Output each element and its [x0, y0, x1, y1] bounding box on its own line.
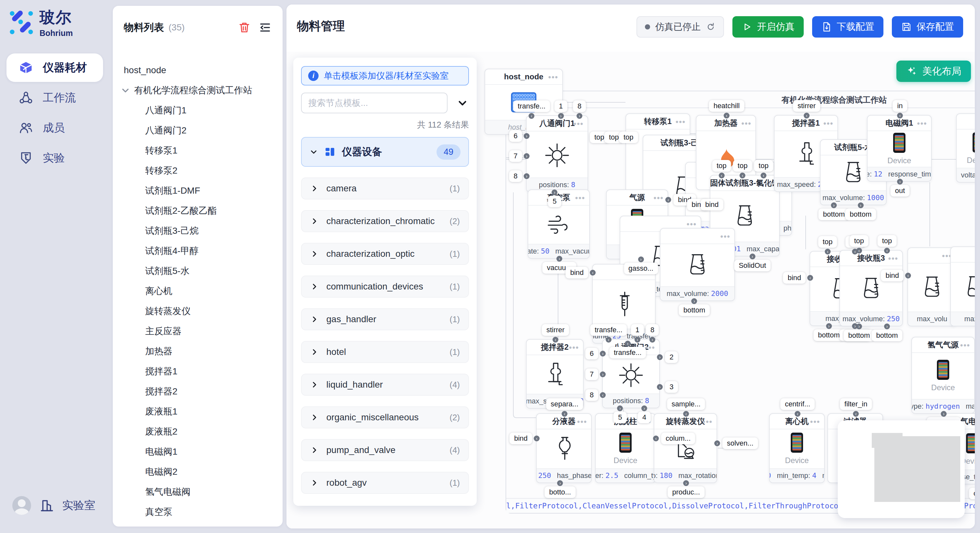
param-label: min_temp:: [777, 471, 812, 479]
tree-item-label: 真空泵: [145, 506, 172, 518]
node-menu-icon[interactable]: •••: [810, 414, 820, 429]
node-menu-icon[interactable]: •••: [824, 116, 834, 131]
param-label: has_phases:: [557, 471, 591, 479]
node-card-分液器[interactable]: 分液器•••volume: 250has_phases: truesepara.…: [536, 413, 592, 483]
port-label[interactable]: top: [619, 132, 638, 143]
node-card-八通阀门1[interactable]: 八通阀门1•••positions: 8transfe...‹1›8›6›7›8…: [526, 115, 588, 192]
tree-item-host-node[interactable]: host_node: [113, 60, 283, 80]
node-menu-icon[interactable]: •••: [741, 116, 751, 131]
port-label: bottom: [845, 209, 876, 220]
category-row-hotel[interactable]: hotel(1): [301, 341, 469, 363]
port-handle-icon: ›: [657, 384, 663, 390]
node-menu-icon[interactable]: •••: [654, 190, 664, 206]
tree-item[interactable]: 离心机: [113, 281, 283, 301]
node-footer: positions: 8: [603, 393, 659, 408]
avatar[interactable]: [12, 496, 31, 515]
tree-item[interactable]: 电磁阀2: [113, 462, 283, 482]
device-caption: Device: [785, 456, 808, 465]
node-menu-icon[interactable]: •••: [575, 190, 585, 206]
start-simulation-button[interactable]: 开启仿真: [732, 16, 804, 38]
node-card-接收瓶3[interactable]: 接收瓶3•••max_volume: 250top‹top‹bottom›bot…: [839, 250, 903, 327]
tree-item[interactable]: 试剂瓶1-DMF: [113, 181, 283, 201]
tree-item-workstation[interactable]: 有机化学流程综合测试工作站: [113, 80, 283, 100]
chevron-down-icon[interactable]: [456, 97, 469, 109]
port-label: bottom: [872, 330, 902, 341]
node-card-unnamed[interactable]: •••max_volume: 2000bottom›: [660, 228, 735, 301]
sidebar-item-label: 成员: [43, 121, 65, 135]
node-menu-icon[interactable]: •••: [577, 414, 587, 429]
tree-item[interactable]: 主反应器: [113, 321, 283, 341]
tree-item[interactable]: 电磁阀1: [113, 442, 283, 462]
port-label: filter_in: [840, 398, 872, 410]
node-card-unnamed[interactable]: •••max_v: [950, 246, 975, 327]
category-row-liquid_handler[interactable]: liquid_handler(4): [301, 374, 469, 396]
port-label: top: [850, 235, 869, 247]
tree-item[interactable]: 试剂瓶4-甲醇: [113, 241, 283, 261]
category-group-instruments[interactable]: 仪器设备 49: [301, 137, 469, 167]
download-config-button[interactable]: 下载配置: [812, 16, 883, 38]
beautify-layout-button[interactable]: 美化布局: [896, 60, 971, 82]
sidebar-item-members[interactable]: 成员: [6, 114, 103, 142]
node-menu-icon[interactable]: •••: [548, 69, 558, 85]
param-label: voltage:: [961, 171, 975, 179]
node-menu-icon[interactable]: •••: [721, 228, 730, 244]
tree-item[interactable]: 试剂瓶2-乙酸乙酯: [113, 201, 283, 221]
tree-item[interactable]: 废液瓶1: [113, 401, 283, 422]
node-card-unnamed[interactable]: •••Devicevoltage: 12: [956, 113, 975, 182]
tree-item[interactable]: 八通阀门2: [113, 121, 283, 141]
category-row-robot_agv[interactable]: robot_agv(1): [301, 472, 469, 494]
port-label: top: [878, 235, 897, 247]
tree-item-label: 转移泵1: [145, 144, 178, 157]
minimap[interactable]: [838, 420, 965, 518]
save-config-button[interactable]: 保存配置: [892, 16, 963, 38]
trash-icon[interactable]: [238, 21, 251, 34]
sidebar-item-workflow[interactable]: 工作流: [6, 84, 103, 112]
node-card-旋转蒸发仪[interactable]: 旋转蒸发仪•••temp: 180max_rotation_spsample..…: [654, 413, 717, 483]
collapse-list-icon[interactable]: [259, 21, 272, 34]
status-label: 仿真已停止: [655, 21, 701, 33]
tree-item[interactable]: 废液瓶2: [113, 422, 283, 442]
node-menu-icon[interactable]: •••: [960, 338, 970, 353]
category-row-characterization_chromatic[interactable]: characterization_chromatic(2): [301, 210, 469, 232]
refresh-icon[interactable]: [706, 22, 716, 32]
template-search-input[interactable]: [301, 93, 447, 113]
node-menu-icon[interactable]: •••: [917, 116, 927, 131]
category-row-characterization_optic[interactable]: characterization_optic(1): [301, 243, 469, 265]
node-card-unnamed[interactable]: •••max_volubind‹: [907, 247, 957, 327]
port-label[interactable]: bind: [701, 199, 723, 211]
port-label: 8: [509, 170, 522, 182]
tree-item[interactable]: 加热器: [113, 341, 283, 362]
tree-item[interactable]: 真空泵: [113, 502, 283, 522]
node-card-离心机[interactable]: 离心机•••Devicetemp: 40min_temp: 4max_spece…: [769, 413, 825, 483]
category-row-pump_and_valve[interactable]: pump_and_valve(4): [301, 439, 469, 461]
node-card-洗脱柱[interactable]: 洗脱柱•••Devicediameter: 2.5column_type: si…: [595, 413, 656, 483]
sidebar-item-experiments[interactable]: 实验: [6, 144, 103, 172]
node-menu-icon[interactable]: •••: [676, 114, 686, 130]
category-row-organic_miscellaneous[interactable]: organic_miscellaneous(2): [301, 406, 469, 428]
category-row-camera[interactable]: camera(1): [301, 178, 469, 200]
node-card-电磁阀1[interactable]: 电磁阀1•••Devicevoltage: 12response_time: 0…: [867, 115, 932, 182]
node-title-text: 电磁阀1: [885, 118, 913, 128]
tree-item[interactable]: 旋转蒸发仪: [113, 301, 283, 321]
tree-item[interactable]: 试剂瓶5-水: [113, 261, 283, 281]
device-caption: Device: [614, 456, 637, 465]
node-title: 接收瓶3•••: [840, 251, 902, 266]
tree-item[interactable]: 八通阀门1: [113, 100, 283, 121]
category-row-gas_handler[interactable]: gas_handler(1): [301, 308, 469, 330]
tree-item[interactable]: 搅拌器1: [113, 362, 283, 381]
tree-item-label: 试剂瓶2-乙酸乙酯: [145, 205, 217, 217]
node-menu-icon[interactable]: •••: [703, 414, 713, 429]
tree-item[interactable]: 试剂瓶3-己烷: [113, 221, 283, 241]
tree-item[interactable]: 搅拌器2: [113, 381, 283, 401]
port-label: bind: [783, 272, 806, 284]
node-menu-icon[interactable]: •••: [888, 251, 898, 266]
sidebar-lab-entry[interactable]: 实验室: [12, 496, 95, 515]
node-menu-icon[interactable]: •••: [569, 339, 579, 355]
node-card-氢气气源[interactable]: 氢气气源•••Devicegas_type: hydrogenmax_prega…: [911, 337, 975, 414]
save-icon: [901, 21, 912, 32]
category-row-communication_devices[interactable]: communication_devices(1): [301, 276, 469, 298]
tree-item[interactable]: 转移泵1: [113, 141, 283, 160]
sidebar-item-instruments[interactable]: 仪器耗材: [6, 54, 103, 82]
tree-item[interactable]: 氢气电磁阀: [113, 482, 283, 502]
tree-item[interactable]: 转移泵2: [113, 160, 283, 181]
